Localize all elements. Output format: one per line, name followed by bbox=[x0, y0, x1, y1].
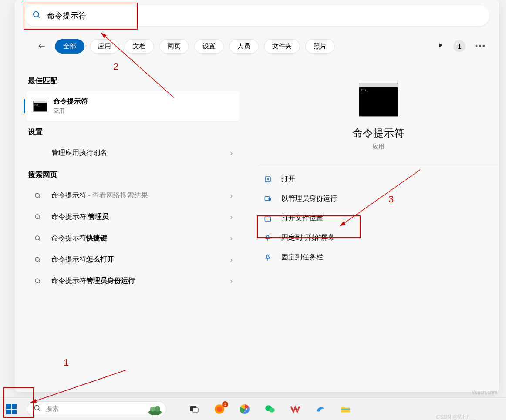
action-label: 打开文件位置 bbox=[281, 214, 323, 223]
action-label: 固定到任务栏 bbox=[281, 253, 323, 262]
pin-icon bbox=[263, 234, 273, 242]
preview-sub: 应用 bbox=[372, 143, 385, 151]
pin-icon bbox=[263, 254, 273, 262]
svg-line-11 bbox=[39, 261, 40, 262]
wps-icon[interactable] bbox=[289, 403, 301, 415]
svg-point-0 bbox=[34, 12, 39, 17]
search-panel: 全部 应用 文档 网页 设置 人员 文件夹 照片 1 ••• 最佳匹配 命令提示… bbox=[15, 0, 499, 392]
chrome-icon[interactable] bbox=[239, 403, 251, 415]
svg-point-31 bbox=[269, 407, 275, 412]
action-pin-taskbar[interactable]: 固定到任务栏 bbox=[259, 248, 498, 267]
filter-all[interactable]: 全部 bbox=[55, 39, 84, 54]
web-item[interactable]: 命令提示符管理员身份运行 › bbox=[26, 270, 240, 292]
chevron-right-icon: › bbox=[230, 256, 233, 264]
dolphin-icon[interactable] bbox=[314, 403, 327, 415]
search-icon bbox=[32, 10, 41, 21]
svg-point-12 bbox=[35, 279, 39, 282]
action-pin-start[interactable]: 固定到"开始"屏幕 bbox=[259, 228, 498, 248]
row-text: 命令提示符 管理员 bbox=[51, 212, 230, 222]
preview-pane: 命令提示符 应用 打开 以管理员身份运行 打开文件位置 固定到"开始"屏幕 固定… bbox=[259, 70, 498, 267]
filter-docs[interactable]: 文档 bbox=[125, 39, 154, 54]
row-text: 管理应用执行别名 bbox=[51, 148, 230, 158]
svg-point-22 bbox=[155, 406, 160, 411]
settings-item-alias[interactable]: 管理应用执行别名 › bbox=[26, 142, 240, 164]
svg-point-4 bbox=[35, 193, 39, 197]
svg-line-5 bbox=[39, 197, 40, 198]
cmd-icon bbox=[33, 101, 47, 112]
firefox-icon[interactable]: 1 bbox=[213, 403, 226, 415]
search-icon bbox=[33, 214, 43, 221]
back-button[interactable] bbox=[34, 38, 50, 54]
filter-apps[interactable]: 应用 bbox=[90, 39, 119, 54]
row-text: 命令提示符怎么打开 bbox=[51, 255, 230, 264]
folder-icon bbox=[263, 215, 273, 222]
taskbar-icons: 1 bbox=[188, 403, 352, 415]
settings-label: 设置 bbox=[28, 127, 240, 137]
svg-point-18 bbox=[34, 405, 39, 410]
taskbar-search-placeholder: 搜索 bbox=[46, 405, 59, 413]
web-item[interactable]: 命令提示符怎么打开 › bbox=[26, 249, 240, 270]
svg-line-1 bbox=[38, 16, 40, 18]
results-left: 最佳匹配 命令提示符 应用 设置 管理应用执行别名 › 搜索网页 命令提示符 -… bbox=[26, 70, 240, 292]
taskbar-search[interactable]: 搜索 bbox=[27, 401, 166, 417]
notification-badge: 1 bbox=[222, 401, 228, 407]
best-match-label: 最佳匹配 bbox=[28, 76, 240, 86]
web-item[interactable]: 命令提示符 - 查看网络搜索结果 › bbox=[26, 185, 240, 206]
filter-tabs: 全部 应用 文档 网页 设置 人员 文件夹 照片 bbox=[34, 38, 335, 54]
search-icon bbox=[33, 256, 43, 263]
search-icon bbox=[33, 278, 43, 285]
search-icon bbox=[34, 404, 41, 414]
cmd-icon-large bbox=[359, 83, 398, 117]
row-text: 命令提示符管理员身份运行 bbox=[51, 276, 230, 286]
search-bar[interactable] bbox=[24, 5, 489, 26]
search-input[interactable] bbox=[47, 11, 482, 20]
explorer-icon[interactable] bbox=[340, 403, 352, 415]
action-open-location[interactable]: 打开文件位置 bbox=[259, 208, 498, 228]
filter-settings[interactable]: 设置 bbox=[194, 39, 224, 54]
count-badge[interactable]: 1 bbox=[453, 40, 466, 52]
task-view-icon[interactable] bbox=[188, 403, 200, 415]
svg-rect-32 bbox=[341, 408, 350, 410]
svg-marker-3 bbox=[439, 43, 443, 47]
open-icon bbox=[263, 175, 273, 183]
start-button[interactable] bbox=[0, 398, 23, 420]
action-label: 固定到"开始"屏幕 bbox=[281, 233, 335, 242]
best-match-result[interactable]: 命令提示符 应用 bbox=[26, 91, 240, 121]
action-label: 打开 bbox=[281, 175, 295, 184]
wechat-icon[interactable] bbox=[264, 403, 276, 415]
more-icon[interactable]: ••• bbox=[475, 42, 486, 51]
svg-line-7 bbox=[39, 218, 40, 219]
cartoon-icon bbox=[147, 403, 163, 416]
svg-point-6 bbox=[35, 215, 39, 218]
svg-point-21 bbox=[150, 407, 155, 411]
action-label: 以管理员身份运行 bbox=[281, 194, 337, 203]
chevron-right-icon: › bbox=[230, 235, 233, 242]
top-right-controls: 1 ••• bbox=[438, 40, 486, 52]
taskbar: 搜索 1 bbox=[0, 397, 506, 420]
watermark: CSDN @WHF__ bbox=[436, 414, 476, 420]
result-title: 命令提示符 bbox=[53, 97, 88, 106]
web-item[interactable]: 命令提示符快捷键 › bbox=[26, 228, 240, 249]
chevron-right-icon: › bbox=[230, 213, 233, 221]
svg-line-19 bbox=[38, 409, 40, 411]
svg-line-13 bbox=[39, 282, 40, 283]
svg-point-8 bbox=[35, 236, 39, 240]
shield-icon bbox=[263, 195, 273, 203]
windows-logo-icon bbox=[6, 404, 17, 414]
search-icon bbox=[33, 192, 43, 199]
search-icon bbox=[33, 235, 43, 242]
preview-title: 命令提示符 bbox=[352, 126, 405, 140]
filter-folders[interactable]: 文件夹 bbox=[264, 39, 300, 54]
row-text: 命令提示符快捷键 bbox=[51, 234, 230, 243]
watermark: Yuucn.com bbox=[472, 390, 497, 396]
action-run-admin[interactable]: 以管理员身份运行 bbox=[259, 189, 498, 208]
svg-point-10 bbox=[35, 257, 39, 261]
chevron-right-icon: › bbox=[230, 149, 233, 157]
web-item[interactable]: 命令提示符 管理员 › bbox=[26, 206, 240, 228]
filter-photos[interactable]: 照片 bbox=[305, 39, 335, 54]
action-open[interactable]: 打开 bbox=[259, 169, 498, 189]
filter-people[interactable]: 人员 bbox=[229, 39, 259, 54]
filter-web[interactable]: 网页 bbox=[159, 39, 189, 54]
chevron-right-icon: › bbox=[230, 277, 233, 285]
play-icon[interactable] bbox=[438, 42, 444, 50]
